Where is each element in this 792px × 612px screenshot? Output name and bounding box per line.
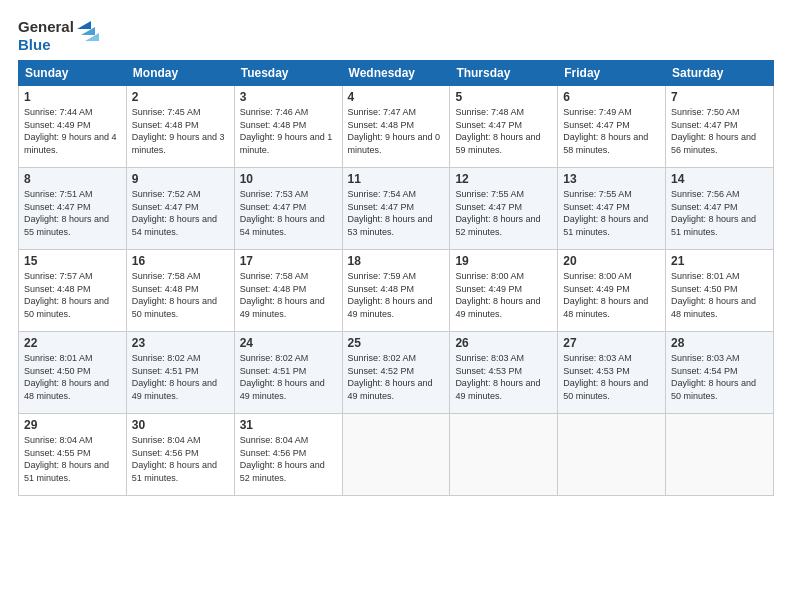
day-info: Sunrise: 7:57 AMSunset: 4:48 PMDaylight:…: [24, 270, 121, 320]
calendar-day-cell: 6Sunrise: 7:49 AMSunset: 4:47 PMDaylight…: [558, 86, 666, 168]
calendar-day-cell: 2Sunrise: 7:45 AMSunset: 4:48 PMDaylight…: [126, 86, 234, 168]
svg-marker-0: [77, 21, 91, 29]
day-info: Sunrise: 7:53 AMSunset: 4:47 PMDaylight:…: [240, 188, 337, 238]
calendar-day-cell: 17Sunrise: 7:58 AMSunset: 4:48 PMDayligh…: [234, 250, 342, 332]
day-number: 5: [455, 90, 552, 104]
day-info: Sunrise: 7:47 AMSunset: 4:48 PMDaylight:…: [348, 106, 445, 156]
day-number: 7: [671, 90, 768, 104]
calendar-day-cell: 22Sunrise: 8:01 AMSunset: 4:50 PMDayligh…: [19, 332, 127, 414]
day-number: 29: [24, 418, 121, 432]
calendar-week-row: 22Sunrise: 8:01 AMSunset: 4:50 PMDayligh…: [19, 332, 774, 414]
day-info: Sunrise: 7:51 AMSunset: 4:47 PMDaylight:…: [24, 188, 121, 238]
day-info: Sunrise: 7:55 AMSunset: 4:47 PMDaylight:…: [563, 188, 660, 238]
day-number: 14: [671, 172, 768, 186]
calendar-day-cell: 18Sunrise: 7:59 AMSunset: 4:48 PMDayligh…: [342, 250, 450, 332]
day-info: Sunrise: 7:49 AMSunset: 4:47 PMDaylight:…: [563, 106, 660, 156]
calendar-day-cell: [342, 414, 450, 496]
weekday-header-cell: Saturday: [666, 61, 774, 86]
day-info: Sunrise: 8:04 AMSunset: 4:56 PMDaylight:…: [132, 434, 229, 484]
day-number: 10: [240, 172, 337, 186]
calendar-day-cell: 13Sunrise: 7:55 AMSunset: 4:47 PMDayligh…: [558, 168, 666, 250]
day-number: 16: [132, 254, 229, 268]
calendar-day-cell: 19Sunrise: 8:00 AMSunset: 4:49 PMDayligh…: [450, 250, 558, 332]
day-info: Sunrise: 7:44 AMSunset: 4:49 PMDaylight:…: [24, 106, 121, 156]
day-number: 9: [132, 172, 229, 186]
calendar-day-cell: 9Sunrise: 7:52 AMSunset: 4:47 PMDaylight…: [126, 168, 234, 250]
day-info: Sunrise: 8:03 AMSunset: 4:54 PMDaylight:…: [671, 352, 768, 402]
calendar-day-cell: 4Sunrise: 7:47 AMSunset: 4:48 PMDaylight…: [342, 86, 450, 168]
calendar-table: SundayMondayTuesdayWednesdayThursdayFrid…: [18, 60, 774, 496]
day-number: 17: [240, 254, 337, 268]
calendar-week-row: 8Sunrise: 7:51 AMSunset: 4:47 PMDaylight…: [19, 168, 774, 250]
day-number: 2: [132, 90, 229, 104]
calendar-day-cell: 10Sunrise: 7:53 AMSunset: 4:47 PMDayligh…: [234, 168, 342, 250]
weekday-header-cell: Wednesday: [342, 61, 450, 86]
day-info: Sunrise: 8:04 AMSunset: 4:56 PMDaylight:…: [240, 434, 337, 484]
day-info: Sunrise: 8:02 AMSunset: 4:51 PMDaylight:…: [132, 352, 229, 402]
weekday-header-cell: Friday: [558, 61, 666, 86]
calendar-day-cell: 12Sunrise: 7:55 AMSunset: 4:47 PMDayligh…: [450, 168, 558, 250]
weekday-header-row: SundayMondayTuesdayWednesdayThursdayFrid…: [19, 61, 774, 86]
calendar-day-cell: 7Sunrise: 7:50 AMSunset: 4:47 PMDaylight…: [666, 86, 774, 168]
day-info: Sunrise: 7:48 AMSunset: 4:47 PMDaylight:…: [455, 106, 552, 156]
calendar-day-cell: 14Sunrise: 7:56 AMSunset: 4:47 PMDayligh…: [666, 168, 774, 250]
day-info: Sunrise: 7:52 AMSunset: 4:47 PMDaylight:…: [132, 188, 229, 238]
calendar-day-cell: 5Sunrise: 7:48 AMSunset: 4:47 PMDaylight…: [450, 86, 558, 168]
calendar-day-cell: 31Sunrise: 8:04 AMSunset: 4:56 PMDayligh…: [234, 414, 342, 496]
calendar-day-cell: 27Sunrise: 8:03 AMSunset: 4:53 PMDayligh…: [558, 332, 666, 414]
calendar-day-cell: 29Sunrise: 8:04 AMSunset: 4:55 PMDayligh…: [19, 414, 127, 496]
day-number: 21: [671, 254, 768, 268]
calendar-day-cell: [558, 414, 666, 496]
day-info: Sunrise: 8:01 AMSunset: 4:50 PMDaylight:…: [24, 352, 121, 402]
calendar-week-row: 15Sunrise: 7:57 AMSunset: 4:48 PMDayligh…: [19, 250, 774, 332]
calendar-day-cell: 1Sunrise: 7:44 AMSunset: 4:49 PMDaylight…: [19, 86, 127, 168]
logo-blue: Blue: [18, 36, 51, 54]
calendar-page: General Blue SundayMondayTuesdayWednesda…: [0, 0, 792, 612]
weekday-header-cell: Monday: [126, 61, 234, 86]
day-info: Sunrise: 7:58 AMSunset: 4:48 PMDaylight:…: [132, 270, 229, 320]
day-number: 8: [24, 172, 121, 186]
day-number: 25: [348, 336, 445, 350]
calendar-day-cell: 21Sunrise: 8:01 AMSunset: 4:50 PMDayligh…: [666, 250, 774, 332]
day-info: Sunrise: 7:50 AMSunset: 4:47 PMDaylight:…: [671, 106, 768, 156]
header: General Blue: [18, 18, 774, 54]
day-info: Sunrise: 8:02 AMSunset: 4:51 PMDaylight:…: [240, 352, 337, 402]
calendar-week-row: 1Sunrise: 7:44 AMSunset: 4:49 PMDaylight…: [19, 86, 774, 168]
day-number: 1: [24, 90, 121, 104]
day-number: 22: [24, 336, 121, 350]
day-number: 12: [455, 172, 552, 186]
calendar-day-cell: 26Sunrise: 8:03 AMSunset: 4:53 PMDayligh…: [450, 332, 558, 414]
day-info: Sunrise: 7:45 AMSunset: 4:48 PMDaylight:…: [132, 106, 229, 156]
calendar-week-row: 29Sunrise: 8:04 AMSunset: 4:55 PMDayligh…: [19, 414, 774, 496]
day-number: 19: [455, 254, 552, 268]
day-number: 31: [240, 418, 337, 432]
day-info: Sunrise: 7:54 AMSunset: 4:47 PMDaylight:…: [348, 188, 445, 238]
day-info: Sunrise: 7:56 AMSunset: 4:47 PMDaylight:…: [671, 188, 768, 238]
calendar-day-cell: 3Sunrise: 7:46 AMSunset: 4:48 PMDaylight…: [234, 86, 342, 168]
logo: General Blue: [18, 18, 99, 54]
day-number: 13: [563, 172, 660, 186]
day-number: 18: [348, 254, 445, 268]
logo-general: General: [18, 18, 74, 36]
weekday-header-cell: Tuesday: [234, 61, 342, 86]
day-info: Sunrise: 7:58 AMSunset: 4:48 PMDaylight:…: [240, 270, 337, 320]
day-number: 26: [455, 336, 552, 350]
day-info: Sunrise: 7:46 AMSunset: 4:48 PMDaylight:…: [240, 106, 337, 156]
day-number: 3: [240, 90, 337, 104]
day-info: Sunrise: 8:01 AMSunset: 4:50 PMDaylight:…: [671, 270, 768, 320]
day-info: Sunrise: 8:00 AMSunset: 4:49 PMDaylight:…: [563, 270, 660, 320]
weekday-header-cell: Thursday: [450, 61, 558, 86]
day-number: 27: [563, 336, 660, 350]
day-number: 23: [132, 336, 229, 350]
calendar-body: 1Sunrise: 7:44 AMSunset: 4:49 PMDaylight…: [19, 86, 774, 496]
calendar-day-cell: 8Sunrise: 7:51 AMSunset: 4:47 PMDaylight…: [19, 168, 127, 250]
calendar-day-cell: 15Sunrise: 7:57 AMSunset: 4:48 PMDayligh…: [19, 250, 127, 332]
day-info: Sunrise: 8:04 AMSunset: 4:55 PMDaylight:…: [24, 434, 121, 484]
logo-wave-icon: [77, 21, 99, 51]
day-number: 20: [563, 254, 660, 268]
calendar-day-cell: 16Sunrise: 7:58 AMSunset: 4:48 PMDayligh…: [126, 250, 234, 332]
day-info: Sunrise: 7:55 AMSunset: 4:47 PMDaylight:…: [455, 188, 552, 238]
calendar-day-cell: 30Sunrise: 8:04 AMSunset: 4:56 PMDayligh…: [126, 414, 234, 496]
day-number: 30: [132, 418, 229, 432]
day-number: 15: [24, 254, 121, 268]
